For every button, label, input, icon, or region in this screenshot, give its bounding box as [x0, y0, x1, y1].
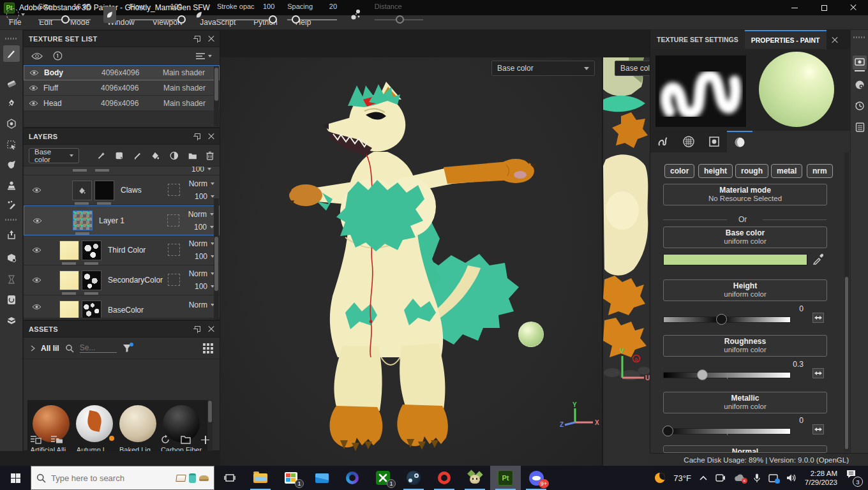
eyedropper-icon[interactable] [812, 253, 824, 265]
opacity-dropdown[interactable]: 100 [195, 282, 214, 291]
height-expand-button[interactable] [812, 313, 824, 323]
layer-mask-thumbnail[interactable] [82, 271, 101, 290]
texture-set-row[interactable]: Body 4096x4096 Main shader [24, 65, 220, 80]
delete-layer-icon[interactable] [206, 150, 214, 161]
scatter-button[interactable] [344, 0, 368, 27]
layer-mask-thumbnail[interactable] [94, 181, 114, 200]
character-model[interactable] [220, 57, 602, 466]
layer-anchor-box[interactable] [167, 214, 179, 226]
hidden-icons-chevron[interactable] [700, 475, 707, 480]
viewport-3d[interactable]: Base color Y X Z [220, 57, 602, 466]
roughness-slider[interactable] [663, 372, 791, 378]
eye-icon[interactable] [32, 277, 41, 283]
volume-icon[interactable] [786, 473, 797, 482]
texture-set-row[interactable]: Head 4096x4096 Main shader [24, 96, 220, 111]
opacity-dropdown[interactable]: 100 [195, 252, 214, 261]
base-color-box[interactable]: Base color uniform color [663, 226, 827, 248]
metallic-box[interactable]: Metallic uniform color [663, 392, 827, 413]
channel-metal-button[interactable]: metal [771, 164, 802, 178]
spacing-value[interactable]: 20 [329, 3, 337, 10]
close-panel-icon[interactable] [208, 133, 214, 140]
size-slider[interactable] [38, 16, 91, 25]
stroke-opacity-value[interactable]: 100 [263, 3, 274, 10]
float-panel-icon[interactable] [195, 326, 200, 332]
weather-moon-icon[interactable] [655, 473, 665, 483]
base-color-swatch[interactable] [663, 254, 807, 265]
channel-height-button[interactable]: height [698, 164, 733, 178]
layer-anchor-box[interactable] [168, 184, 180, 196]
add-fill-layer-icon[interactable] [151, 150, 161, 161]
subtab-alpha[interactable] [676, 131, 701, 152]
metallic-value[interactable]: 0 [765, 416, 804, 425]
taskbar-game[interactable] [460, 466, 490, 490]
search-highlights[interactable] [176, 473, 209, 483]
tab-texture-set-settings[interactable]: TEXTURE SET SETTINGS [650, 30, 745, 49]
paint-tool[interactable] [3, 45, 20, 62]
blend-mode-dropdown[interactable]: Norm [189, 301, 214, 309]
substance-graph-tool[interactable] [3, 292, 20, 308]
layer-thumbnail[interactable] [59, 271, 79, 290]
blend-mode-dropdown[interactable]: Norm [189, 269, 214, 278]
taskbar-office[interactable] [337, 466, 368, 490]
save-asset-list-icon[interactable] [30, 435, 41, 444]
size-pressure-button[interactable] [97, 0, 123, 27]
add-effect-icon[interactable] [96, 150, 107, 161]
selection-tool[interactable] [3, 137, 20, 153]
size-value[interactable]: 16.95 [73, 3, 91, 10]
export-resources-tool[interactable] [3, 226, 20, 243]
brush-preset-button[interactable] [0, 0, 31, 27]
float-panel-icon[interactable] [195, 133, 200, 139]
add-folder-icon[interactable] [188, 150, 198, 161]
add-paint-layer-icon[interactable] [133, 150, 143, 161]
layer-thumbnail[interactable] [59, 301, 79, 318]
stroke-opacity-slider[interactable] [217, 16, 274, 25]
minimize-button[interactable] [780, 0, 809, 15]
history-tool[interactable] [853, 99, 867, 113]
texture-set-scrollbar[interactable] [214, 66, 219, 126]
layer-mask-thumbnail[interactable] [82, 301, 101, 318]
meet-now-icon[interactable] [715, 473, 726, 482]
flow-value[interactable]: 100 [170, 3, 182, 10]
layer-thumbnail[interactable] [73, 211, 93, 230]
assets-search-input[interactable] [80, 343, 117, 353]
layer-mask-thumbnail[interactable] [82, 241, 101, 260]
layer-thumbnail[interactable] [59, 241, 79, 260]
eye-icon[interactable] [32, 187, 41, 193]
assets-path[interactable]: All lil [41, 344, 59, 353]
properties-scrollbar[interactable] [844, 152, 849, 451]
polygon-fill-tool[interactable] [3, 115, 20, 132]
action-center[interactable]: 3 [846, 469, 863, 487]
flow-slider[interactable] [130, 16, 182, 25]
brush-stroke-preview[interactable] [655, 56, 746, 127]
subtab-material[interactable] [727, 131, 752, 152]
taskbar-opera[interactable] [429, 466, 460, 490]
taskbar-file-explorer[interactable] [245, 466, 276, 490]
bakers-tool[interactable] [3, 271, 20, 288]
texture-set-row[interactable]: Fluff 4096x4096 Main shader [24, 80, 220, 96]
layer-row-secondarycolor[interactable]: SecondaryColor Norm 100 [24, 265, 220, 295]
quick-mask-tool[interactable] [3, 157, 20, 174]
metallic-expand-button[interactable] [812, 424, 824, 434]
task-view-button[interactable] [214, 466, 245, 490]
eraser-tool[interactable] [3, 75, 20, 91]
layers-scrollbar[interactable] [214, 198, 219, 320]
eye-icon[interactable] [29, 100, 38, 107]
subtab-stencil[interactable] [701, 131, 727, 152]
height-value[interactable]: 0 [765, 304, 804, 313]
blend-mode-dropdown[interactable]: Norm [188, 210, 214, 219]
material-preview-sphere[interactable] [759, 52, 834, 127]
height-slider[interactable] [663, 316, 791, 323]
roughness-box[interactable]: Roughness uniform color [663, 335, 827, 357]
channel-nrm-button[interactable]: nrm [807, 164, 833, 178]
roughness-value[interactable]: 0.3 [765, 360, 804, 369]
clone-stamp-tool[interactable] [3, 177, 20, 194]
taskbar-search[interactable] [31, 466, 214, 490]
geometry-mask-tool[interactable] [3, 313, 20, 329]
opacity-dropdown[interactable]: 100 [194, 223, 214, 232]
add-mask-icon[interactable] [169, 150, 179, 161]
viewport-channel-dropdown[interactable]: Base color [491, 61, 595, 76]
eye-icon[interactable] [32, 247, 41, 253]
add-asset-icon[interactable] [201, 436, 209, 444]
search-input[interactable] [51, 473, 153, 483]
clock[interactable]: 2:28 AM 7/29/2023 [805, 469, 837, 487]
